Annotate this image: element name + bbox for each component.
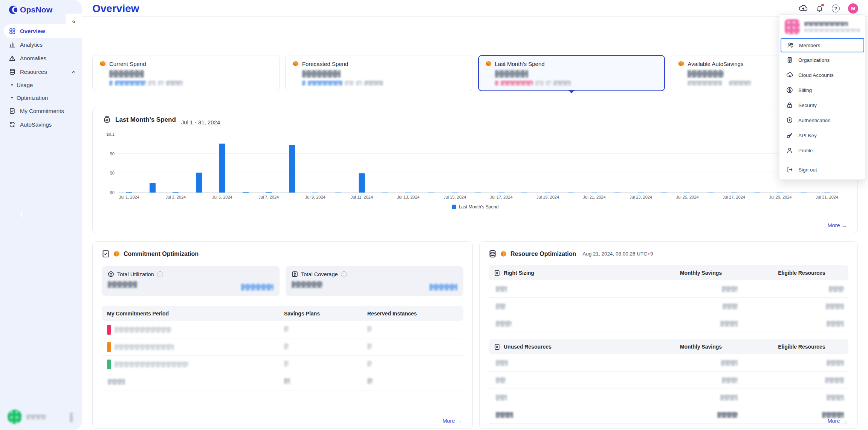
- menu-item-api-key[interactable]: API Key: [779, 128, 865, 143]
- menu-item-label: Cloud Accounts: [798, 72, 834, 78]
- menu-item-authentication[interactable]: Authentication: [779, 113, 865, 128]
- col-right-sizing: Right Sizing: [504, 270, 534, 276]
- resource-more-link[interactable]: More →: [827, 418, 847, 424]
- aws-cube-icon: [292, 60, 299, 67]
- scroll-left-chevron[interactable]: ‹: [20, 207, 24, 219]
- chart-bar-slot: [164, 134, 187, 193]
- last-months-spend-chart-card: Last Month's Spend Jul 1 - 31, 2024 $0.1…: [92, 107, 858, 233]
- sidebar-item-overview[interactable]: Overview: [4, 24, 82, 38]
- x-axis-label: Jul 13, 2024: [397, 195, 420, 199]
- doc-x-icon: [494, 270, 500, 276]
- spend-value-redacted: [688, 70, 724, 78]
- chart-bar-slot: [722, 134, 746, 193]
- chart-x-axis: Jul 1, 2024Jul 3, 2024Jul 5, 2024Jul 7, …: [118, 195, 839, 199]
- card-current-spend[interactable]: Current Spend: [92, 55, 280, 91]
- target-icon: [108, 271, 114, 277]
- members-icon: [787, 42, 794, 49]
- app-logo[interactable]: OpsNow: [0, 0, 82, 14]
- chart-bar: [266, 192, 272, 193]
- card-subline: [495, 81, 658, 86]
- card-last-months-spend[interactable]: Last Month's Spend: [478, 55, 665, 91]
- info-icon[interactable]: i: [157, 271, 163, 277]
- sidebar-item-label: AutoSavings: [20, 121, 52, 128]
- info-icon[interactable]: i: [341, 271, 347, 277]
- table-row: [102, 356, 463, 373]
- user-email-redacted: [804, 29, 860, 32]
- aws-cube-icon: [678, 60, 685, 67]
- menu-divider: [779, 160, 865, 160]
- card-forecasted-spend[interactable]: Forecasted Spend: [285, 55, 472, 91]
- menu-item-sign-out[interactable]: Sign out: [779, 162, 865, 177]
- sidebar-item-analytics[interactable]: Analytics: [0, 38, 82, 51]
- menu-item-cloud-accounts[interactable]: Cloud Accounts: [779, 67, 865, 83]
- opsnow-logo-icon: [9, 6, 17, 14]
- table-row: [489, 372, 848, 389]
- menu-item-profile[interactable]: Profile: [779, 143, 865, 158]
- table-row: [489, 298, 848, 315]
- dollar-circle-icon: [786, 87, 793, 93]
- col-eligible-resources: Eligible Resources: [755, 270, 848, 276]
- chart-bar: [591, 192, 598, 193]
- x-axis-label: [513, 195, 536, 199]
- menu-item-label: API Key: [798, 133, 817, 138]
- chart-bar: [150, 183, 156, 193]
- table-row: [489, 280, 848, 298]
- card-subline: [302, 81, 465, 86]
- commitment-more-link[interactable]: More →: [442, 418, 462, 424]
- chart-bar: [335, 192, 341, 193]
- sidebar-item-optimization[interactable]: Optimization: [0, 91, 82, 104]
- chart-bar-slot: [397, 134, 420, 193]
- chart-bar: [638, 192, 644, 193]
- sidebar-item-my-commitments[interactable]: My Commitments: [0, 104, 82, 118]
- sidebar-item-label: Overview: [20, 28, 45, 34]
- doc-check-icon: [102, 250, 110, 258]
- sidebar-user-name-redacted: [26, 415, 46, 419]
- sidebar-item-anomalies[interactable]: Anomalies: [0, 51, 82, 65]
- menu-item-organizations[interactable]: Organizations: [779, 52, 865, 67]
- table-row: [489, 389, 848, 406]
- sidebar-item-label: Anomalies: [20, 55, 46, 61]
- user-avatar[interactable]: M: [848, 3, 858, 14]
- chart-more-link[interactable]: More →: [827, 222, 847, 228]
- chart-bar: [196, 173, 202, 193]
- y-axis-label: $0: [110, 171, 115, 175]
- sidebar-user-menu[interactable]: [70, 413, 73, 422]
- aws-cube-icon: [113, 250, 120, 257]
- user-name-redacted: [804, 22, 848, 26]
- bullet-icon: [11, 84, 13, 86]
- x-axis-label: Jul 7, 2024: [257, 195, 280, 199]
- sidebar-user[interactable]: [8, 410, 75, 424]
- chart-bar-slot: [373, 134, 397, 193]
- sidebar-item-autosavings[interactable]: AutoSavings: [0, 118, 82, 131]
- menu-item-label: Members: [799, 43, 820, 48]
- chart-bar-slot: [559, 134, 583, 193]
- col-eligible-resources: Eligible Resources: [755, 344, 848, 350]
- notification-dot: [821, 4, 824, 6]
- spend-value-redacted: [302, 70, 341, 78]
- summary-cards-row: Current Spend Forecasted Spend Last Mont…: [92, 55, 858, 91]
- menu-item-security[interactable]: Security: [779, 98, 865, 113]
- chart-bar: [428, 192, 434, 193]
- chart-bar: [521, 192, 527, 193]
- help-icon[interactable]: ?: [832, 5, 840, 12]
- utilization-action-redacted[interactable]: [241, 284, 274, 291]
- x-axis-label: Jul 23, 2024: [629, 195, 653, 199]
- chart-bar-slot: [536, 134, 559, 193]
- coverage-action-redacted[interactable]: [429, 284, 457, 291]
- x-axis-label: [653, 195, 676, 199]
- chart-bar-slot: [606, 134, 629, 193]
- chart-bar-slot: [187, 134, 211, 193]
- menu-item-members[interactable]: Members: [781, 38, 864, 52]
- chart-legend[interactable]: Last Month's Spend: [93, 204, 857, 210]
- chart-bar: [731, 192, 737, 193]
- doc-check-icon: [9, 108, 15, 114]
- sidebar-item-resources[interactable]: Resources: [0, 65, 82, 78]
- sidebar-item-usage[interactable]: Usage: [0, 78, 82, 91]
- table-header-row: My Commitments Period Savings Plans Rese…: [102, 306, 463, 321]
- cloud-upload-icon[interactable]: [799, 4, 807, 13]
- menu-item-billing[interactable]: Billing: [779, 83, 865, 98]
- aws-cube-icon: [500, 250, 507, 257]
- chart-plot-area: $0.1$0$0$0: [118, 134, 839, 193]
- notifications-bell-icon[interactable]: [816, 5, 824, 12]
- chart-bar: [173, 192, 179, 193]
